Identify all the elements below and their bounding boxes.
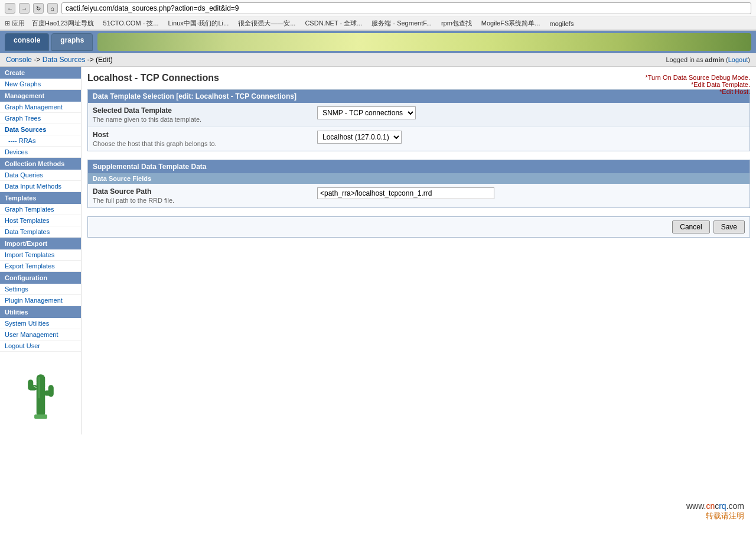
action-link-edit-host[interactable]: *Edit Host. <box>719 88 750 95</box>
supplemental-section: Supplemental Data Template Data Data Sou… <box>87 160 750 208</box>
supplemental-section-header: Supplemental Data Template Data <box>88 160 750 173</box>
browser-chrome: ← → ↻ ⌂ ⊞ 应用 百度Hao123网址导航 51CTO.COM - 技.… <box>0 0 756 31</box>
bookmark-9[interactable]: mogilefs <box>547 20 576 28</box>
field-desc-path: The full path to the RRD file. <box>93 197 317 204</box>
cactus-logo <box>0 352 81 434</box>
breadcrumb: Console -> Data Sources -> (Edit) Logged… <box>0 53 756 67</box>
buttons-row: Cancel Save <box>87 216 750 238</box>
sidebar-item-data-sources[interactable]: Data Sources <box>0 124 81 135</box>
svg-line-9 <box>45 386 48 388</box>
sidebar-item-data-templates[interactable]: Data Templates <box>0 226 81 238</box>
url-bar[interactable] <box>61 2 751 14</box>
sidebar-header-utilities: Utilities <box>0 306 81 318</box>
reload-button[interactable]: ↻ <box>33 3 44 14</box>
breadcrumb-console[interactable]: Console <box>6 56 32 64</box>
svg-rect-5 <box>34 414 47 419</box>
sidebar-item-system-utilities[interactable]: System Utilities <box>0 318 81 329</box>
action-link-edit-template[interactable]: *Edit Data Template. <box>691 81 750 88</box>
sidebar-header-templates: Templates <box>0 192 81 204</box>
bookmark-4[interactable]: 很全很强大——安... <box>236 18 298 28</box>
svg-line-6 <box>34 379 37 382</box>
action-link-debug[interactable]: *Turn On Data Source Debug Mode. <box>645 74 750 81</box>
svg-rect-10 <box>38 377 40 398</box>
bookmark-7[interactable]: rpm包查找 <box>439 18 474 28</box>
tab-console[interactable]: console <box>5 33 49 51</box>
sidebar-item-data-queries[interactable]: Data Queries <box>0 170 81 181</box>
field-row-selected-template: Selected Data Template The name given to… <box>88 103 750 127</box>
back-button[interactable]: ← <box>5 3 15 14</box>
field-label-template: Selected Data Template <box>93 106 317 115</box>
sidebar-item-import-templates[interactable]: Import Templates <box>0 249 81 261</box>
sidebar-item-graph-templates[interactable]: Graph Templates <box>0 204 81 215</box>
login-status: Logged in as admin (Logout) <box>666 56 750 63</box>
forward-button[interactable]: → <box>19 3 30 14</box>
template-select[interactable]: SNMP - TCP connections <box>317 106 416 119</box>
sidebar: Create New Graphs Management Graph Manag… <box>0 67 82 434</box>
sidebar-item-export-templates[interactable]: Export Templates <box>0 261 81 272</box>
apps-icon[interactable]: ⊞ 应用 <box>5 19 25 28</box>
sidebar-item-user-management[interactable]: User Management <box>0 329 81 340</box>
main-layout: Create New Graphs Management Graph Manag… <box>0 67 756 434</box>
sidebar-header-collection-methods: Collection Methods <box>0 158 81 170</box>
sidebar-item-graph-management[interactable]: Graph Management <box>0 102 81 113</box>
svg-rect-4 <box>48 385 53 397</box>
action-links: *Turn On Data Source Debug Mode. *Edit D… <box>645 74 750 95</box>
bookmark-6[interactable]: 服务端 - SegmentF... <box>369 18 434 28</box>
host-select[interactable]: Localhost (127.0.0.1) <box>317 131 402 144</box>
field-row-data-source-path: Data Source Path The full path to the RR… <box>88 184 750 207</box>
bookmarks-bar: ⊞ 应用 百度Hao123网址导航 51CTO.COM - 技... Linux… <box>0 17 756 30</box>
sidebar-item-plugin-management[interactable]: Plugin Management <box>0 295 81 306</box>
header-banner <box>97 33 751 51</box>
data-template-section: Data Template Selection [edit: Localhost… <box>87 89 750 151</box>
save-button[interactable]: Save <box>713 220 745 233</box>
supplemental-section-subheader: Data Source Fields <box>88 173 750 184</box>
bookmark-3[interactable]: Linux中国-我们的Li... <box>166 18 232 28</box>
svg-line-8 <box>45 379 48 382</box>
cancel-button[interactable]: Cancel <box>672 220 709 233</box>
sidebar-header-configuration: Configuration <box>0 272 81 284</box>
breadcrumb-data-sources[interactable]: Data Sources <box>43 56 86 64</box>
sidebar-item-devices[interactable]: Devices <box>0 147 81 158</box>
bookmark-1[interactable]: 百度Hao123网址导航 <box>30 18 96 28</box>
svg-rect-0 <box>36 374 45 417</box>
sidebar-header-management: Management <box>0 90 81 102</box>
field-desc-host: Choose the host that this graph belongs … <box>93 140 317 147</box>
sidebar-item-settings[interactable]: Settings <box>0 284 81 295</box>
logout-link[interactable]: Logout <box>728 56 748 63</box>
sidebar-item-data-input-methods[interactable]: Data Input Methods <box>0 181 81 192</box>
data-source-path-input[interactable] <box>317 187 494 199</box>
field-desc-template: The name given to this data template. <box>93 116 317 123</box>
sidebar-item-graph-trees[interactable]: Graph Trees <box>0 113 81 124</box>
home-button[interactable]: ⌂ <box>47 3 58 14</box>
bookmark-8[interactable]: MogileFS系统简单... <box>479 18 543 28</box>
tab-graphs[interactable]: graphs <box>51 33 93 51</box>
breadcrumb-path: Console -> Data Sources -> (Edit) <box>6 56 113 64</box>
sidebar-header-import-export: Import/Export <box>0 238 81 249</box>
header-tabs: console graphs <box>0 31 756 53</box>
field-row-host: Host Choose the host that this graph bel… <box>88 127 750 151</box>
sidebar-header-create: Create <box>0 67 81 79</box>
sidebar-item-host-templates[interactable]: Host Templates <box>0 215 81 226</box>
address-bar: ← → ↻ ⌂ <box>0 0 756 17</box>
sidebar-item-logout-user[interactable]: Logout User <box>0 340 81 352</box>
sidebar-item-rras[interactable]: ---- RRAs <box>0 135 81 147</box>
bookmark-5[interactable]: CSDN.NET - 全球... <box>302 18 364 28</box>
field-label-host: Host <box>93 131 317 139</box>
bookmark-2[interactable]: 51CTO.COM - 技... <box>101 18 161 28</box>
svg-rect-2 <box>28 379 33 390</box>
content-area: Localhost - TCP Connections *Turn On Dat… <box>82 67 756 434</box>
field-label-path: Data Source Path <box>93 187 317 196</box>
sidebar-item-new-graphs[interactable]: New Graphs <box>0 79 81 90</box>
breadcrumb-current: (Edit) <box>96 56 113 64</box>
content-wrapper: Localhost - TCP Connections *Turn On Dat… <box>87 73 750 238</box>
username: admin <box>705 56 724 63</box>
